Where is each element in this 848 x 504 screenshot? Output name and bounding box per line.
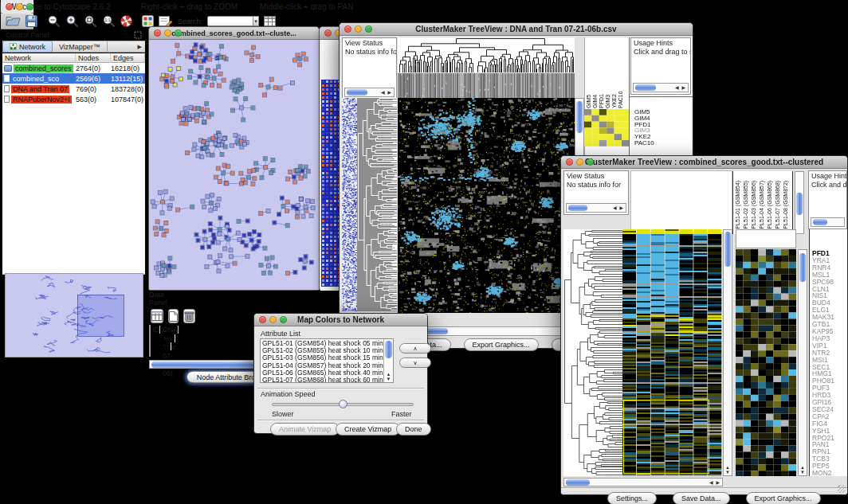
panel-tab[interactable]: VizMapper™ — [53, 41, 108, 53]
network-list-empty-area — [2, 104, 145, 274]
treeview-button[interactable]: Export Graphics... — [746, 492, 821, 504]
zoom-column-labels: GIM5GIM4PFD1GIM3YKE2PAC10 — [586, 68, 627, 108]
open-session-icon[interactable] — [6, 14, 21, 29]
treeview-button[interactable]: Settings... — [607, 492, 657, 504]
zoom-in-icon[interactable] — [65, 14, 79, 29]
tab-overflow-arrow[interactable]: ▶ — [138, 44, 145, 50]
column-label: GIM3 — [605, 68, 611, 108]
column-tree-area — [630, 170, 732, 233]
close-button[interactable] — [259, 316, 266, 323]
gene-label[interactable]: MON2 — [812, 470, 834, 476]
view-status-title: View Status — [564, 171, 628, 180]
minimize-button[interactable] — [355, 25, 362, 33]
treeview-button[interactable]: Export Graphics... — [464, 338, 539, 351]
network-canvas[interactable] — [149, 40, 319, 290]
resize-grip[interactable] — [838, 485, 846, 493]
close-button[interactable] — [566, 158, 573, 166]
create-vizmap-button[interactable]: Create Vizmap — [336, 423, 400, 436]
global-heatmap-canvas[interactable] — [398, 98, 575, 313]
network-row[interactable]: RNAPuberNov2+I 563(0) 107847(0) — [2, 94, 145, 104]
zoom-out-icon[interactable] — [47, 14, 61, 29]
col-network[interactable]: Network — [2, 53, 76, 63]
minimize-button[interactable] — [576, 158, 583, 166]
search-input[interactable] — [207, 16, 253, 26]
zoom-heatmap-canvas[interactable] — [584, 109, 629, 147]
minimize-button[interactable] — [16, 3, 23, 10]
global-heatmap-canvas[interactable] — [622, 229, 722, 476]
birdseye-view[interactable] — [5, 273, 143, 357]
treeview2-titlebar[interactable]: ClusterMaker TreeView : combined_scores_… — [561, 156, 847, 169]
zoom-actual-icon[interactable]: 1:1 — [102, 14, 116, 29]
col-nodes[interactable]: Nodes — [76, 53, 111, 63]
birdseye-canvas[interactable] — [6, 274, 143, 357]
minimize-button[interactable] — [164, 29, 171, 37]
help-lifebuoy-icon[interactable] — [120, 14, 132, 29]
delete-attribute-icon[interactable] — [183, 309, 195, 323]
new-attribute-icon[interactable] — [168, 309, 179, 323]
zoom-vscrollbar[interactable]: ▲▼ — [798, 249, 807, 476]
scroll-arrows[interactable]: ◀ ▶ — [381, 88, 394, 96]
zoom-button[interactable] — [280, 316, 287, 323]
panel-tab[interactable]: Network — [2, 41, 53, 53]
search-dropdown-arrow[interactable]: ▼ — [253, 16, 259, 26]
network-table-header[interactable]: Network Nodes Edges — [2, 53, 145, 63]
scroll-arrows[interactable]: ▲▼ — [799, 465, 807, 475]
row-label[interactable]: PAC10 — [634, 140, 654, 147]
col-attribute[interactable]: DNA and Tran 07-21-06( — [160, 326, 179, 334]
separator — [257, 420, 424, 420]
minimize-button[interactable] — [269, 316, 277, 323]
speed-slider-thumb[interactable] — [339, 400, 347, 408]
network-row[interactable]: combined_scores 2764(0) 16218(0) — [2, 63, 145, 73]
zoom-button[interactable] — [26, 3, 33, 10]
attribute-item[interactable]: GPL51-07 (GSM868) heat shock 60 min — [261, 377, 383, 383]
row-dendrogram-canvas[interactable] — [563, 229, 622, 476]
usage-hints-hscrollbar[interactable] — [811, 217, 845, 227]
row-dendrogram-canvas[interactable] — [357, 98, 397, 311]
usage-hints-hscrollbar[interactable]: ◀ ▶ — [633, 83, 689, 92]
save-session-icon[interactable] — [26, 14, 37, 29]
view-status-hscrollbar[interactable]: ◀ ▶ — [566, 203, 626, 213]
zoom-button[interactable] — [365, 25, 372, 33]
bottom-hscrollbar[interactable]: ◀ ▶ — [563, 478, 723, 486]
animation-speed-label: Animation Speed — [261, 390, 316, 398]
treeview1-titlebar[interactable]: ClusterMaker TreeView : DNA and Tran 07-… — [340, 23, 693, 36]
network-row[interactable]: combined_sco 2569(6) 13112(15) — [2, 73, 145, 84]
zoom-heatmap-canvas[interactable] — [736, 249, 796, 476]
scroll-arrows[interactable]: ▲▼ — [384, 372, 393, 381]
treeview-button[interactable]: Save Data... — [673, 492, 730, 504]
animate-vizmap-button[interactable]: Animate Vizmap — [270, 423, 340, 436]
close-button[interactable] — [344, 25, 351, 33]
move-up-button[interactable]: ∧ — [399, 343, 431, 354]
scroll-arrows[interactable]: ◀ ▶ — [709, 479, 722, 486]
network-view-titlebar[interactable]: combined_scores_good.txt--cluste... — [149, 27, 319, 40]
col-id[interactable]: ID — [150, 326, 160, 334]
network-row[interactable]: DNA and Tran 07 769(0) 183728(0) — [2, 84, 145, 94]
network-table: Network Nodes Edges combined_scores 2764… — [2, 53, 145, 275]
zoom-button[interactable] — [587, 158, 594, 166]
dialog-titlebar[interactable]: Map Colors to Network — [254, 314, 427, 326]
view-status-panel: View Status No status info for ◀ ▶ — [563, 170, 629, 215]
column-label: GPL51-02 (GSM855) — [743, 171, 751, 233]
view-status-hscrollbar[interactable]: ◀ ▶ — [344, 88, 395, 97]
zoom-button[interactable] — [175, 29, 182, 37]
attribute-list-vscrollbar[interactable]: ▲▼ — [383, 339, 393, 382]
attribute-table: ID DNA and Tran 07-21-06( PAC10 621 PFD1… — [149, 325, 151, 357]
float-panel-icon[interactable] — [134, 31, 142, 39]
move-down-button[interactable]: ∨ — [399, 357, 431, 368]
done-button[interactable]: Done — [396, 423, 431, 436]
top-vscrollbar[interactable] — [795, 171, 804, 234]
close-button[interactable] — [154, 29, 161, 37]
close-button[interactable] — [324, 29, 332, 37]
scroll-arrows[interactable]: ◀ ▶ — [613, 204, 626, 212]
status-zoom-hint: Right-click + drag to ZOOM — [141, 2, 238, 11]
column-dendrogram-canvas[interactable] — [398, 37, 575, 72]
col-edges[interactable]: Edges — [111, 53, 145, 63]
select-attributes-icon[interactable] — [151, 309, 163, 323]
map-colors-dialog: Map Colors to Network Attribute List GPL… — [253, 313, 428, 434]
scroll-arrows[interactable]: ◀ ▶ — [675, 84, 688, 92]
scroll-arrows[interactable]: ▲▼ — [724, 465, 732, 475]
heatmap-vscrollbar[interactable]: ▲▼ — [723, 229, 732, 476]
zoom-selected-icon[interactable] — [84, 14, 97, 29]
usage-hints-panel: Usage Hints Click and drag to s — [808, 170, 847, 229]
close-button[interactable] — [6, 3, 13, 10]
